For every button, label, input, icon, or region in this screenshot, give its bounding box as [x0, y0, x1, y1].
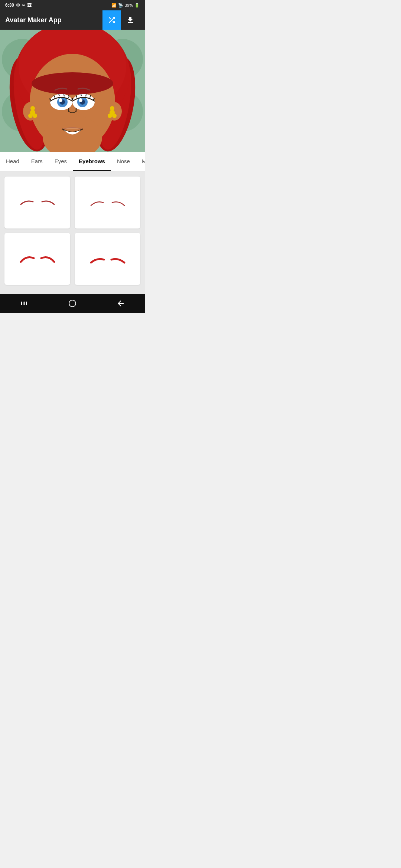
- svg-rect-38: [69, 300, 76, 307]
- tab-head[interactable]: Head: [0, 152, 25, 171]
- status-right: 📶 📡 39% 🔋: [111, 3, 140, 8]
- battery-icon: 🔋: [134, 3, 140, 8]
- app-bar: Avatar Maker App: [0, 10, 145, 30]
- status-left: 6:30 ⚙ ∞ 🖼: [5, 3, 32, 8]
- svg-point-14: [32, 72, 113, 95]
- tab-mouth[interactable]: Mouth: [136, 152, 145, 171]
- eyebrow-preview-4: [85, 248, 130, 270]
- svg-rect-37: [26, 302, 27, 305]
- settings-icon: ⚙: [16, 3, 20, 8]
- avatar-svg: [0, 30, 145, 152]
- tab-nose[interactable]: Nose: [111, 152, 136, 171]
- wifi-icon: 📶: [111, 3, 117, 8]
- home-icon: [68, 299, 77, 308]
- page-layout: 6:30 ⚙ ∞ 🖼 📶 📡 39% 🔋 Avatar Maker App: [0, 0, 145, 313]
- eyebrow-option-1[interactable]: [4, 177, 70, 228]
- download-icon: [126, 16, 135, 24]
- eyebrow-preview-2: [85, 191, 130, 214]
- signal-icon: 📡: [118, 3, 123, 8]
- svg-rect-36: [24, 302, 25, 305]
- eyebrow-option-3[interactable]: [4, 233, 70, 285]
- app-bar-actions: [102, 10, 140, 30]
- infinity-icon: ∞: [22, 3, 25, 8]
- eyebrow-option-2[interactable]: [75, 177, 140, 228]
- svg-point-20: [33, 114, 37, 118]
- tab-eyebrows[interactable]: Eyebrows: [73, 152, 111, 171]
- nav-bar: [0, 294, 145, 313]
- svg-point-23: [108, 114, 112, 118]
- time-display: 6:30: [5, 3, 14, 8]
- shuffle-button[interactable]: [102, 10, 121, 30]
- back-icon: [116, 299, 125, 308]
- nav-home-button[interactable]: [61, 294, 84, 313]
- options-grid: [0, 171, 145, 294]
- battery-display: 39%: [125, 3, 133, 7]
- image-icon: 🖼: [27, 3, 32, 8]
- app-title: Avatar Maker App: [5, 16, 62, 24]
- download-button[interactable]: [121, 10, 140, 30]
- nav-menu-button[interactable]: [13, 294, 35, 313]
- status-bar: 6:30 ⚙ ∞ 🖼 📶 📡 39% 🔋: [0, 0, 145, 10]
- tab-eyes[interactable]: Eyes: [49, 152, 73, 171]
- menu-icon: [20, 299, 29, 308]
- svg-rect-35: [21, 302, 22, 305]
- shuffle-icon: [107, 16, 116, 24]
- svg-point-30: [59, 98, 62, 102]
- content-area: Head Ears Eyes Eyebrows Nose Mouth Hair: [0, 30, 145, 294]
- avatar-canvas: [0, 30, 145, 152]
- svg-point-34: [79, 98, 82, 102]
- nav-back-button[interactable]: [110, 294, 132, 313]
- eyebrow-option-4[interactable]: [75, 233, 140, 285]
- eyebrow-preview-3: [15, 248, 60, 270]
- tab-ears[interactable]: Ears: [25, 152, 49, 171]
- tab-bar: Head Ears Eyes Eyebrows Nose Mouth Hair: [0, 152, 145, 171]
- eyebrow-preview-1: [15, 191, 60, 214]
- svg-point-24: [112, 114, 117, 118]
- svg-point-19: [28, 114, 33, 118]
